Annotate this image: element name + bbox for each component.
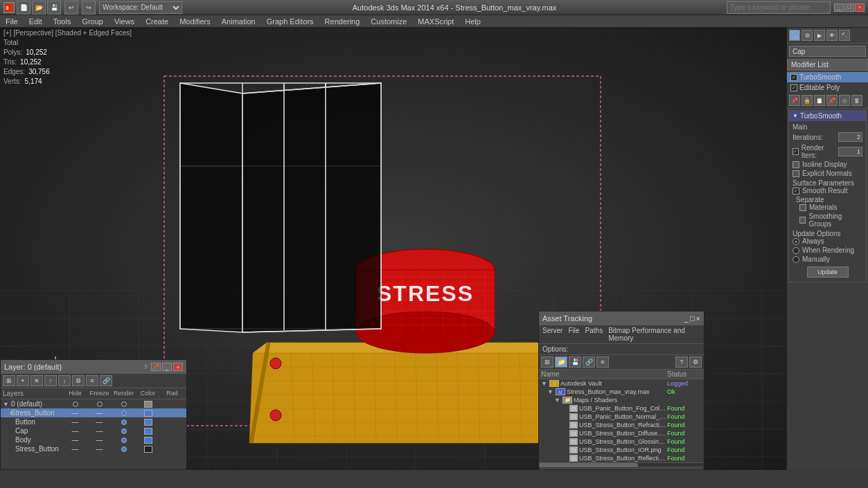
asset-menu-bitmap[interactable]: Bitmap Performance and Memory bbox=[608, 327, 700, 342]
workspace-select[interactable]: Workspace: Default bbox=[99, 1, 182, 14]
isoline-checkbox[interactable] bbox=[792, 161, 799, 168]
search-input[interactable] bbox=[727, 1, 831, 14]
modifier-editable-poly[interactable]: ✓ Editable Poly bbox=[787, 82, 868, 93]
asset-row-maps[interactable]: ▼ 📁 Maps / Shaders bbox=[539, 396, 704, 404]
rp-make-unique-btn[interactable]: ◇ bbox=[839, 95, 850, 106]
layer-row-stress-button[interactable]: ▼ Stress_Button — — bbox=[1, 408, 186, 417]
layer-row-button[interactable]: Button — — bbox=[1, 417, 186, 426]
asset-row-reflection[interactable]: 🖼 USB_Stress_Button_Reflection.png Found bbox=[539, 454, 704, 462]
render-iters-input[interactable] bbox=[838, 147, 862, 156]
menu-maxscript[interactable]: MAXScript bbox=[416, 17, 456, 26]
layers-move-down-btn[interactable]: ↓ bbox=[58, 375, 71, 386]
layers-select-all-btn[interactable]: ⊞ bbox=[3, 375, 15, 386]
rp-paste-btn[interactable]: 📌 bbox=[826, 95, 838, 106]
layers-move-btn[interactable]: ↑ bbox=[44, 375, 57, 386]
menu-rendering[interactable]: Rendering bbox=[323, 17, 362, 26]
layer-expand-icon-2[interactable]: ▼ bbox=[3, 410, 11, 417]
menu-tools[interactable]: Tools bbox=[51, 17, 73, 26]
undo-btn[interactable]: ↩ bbox=[64, 1, 78, 15]
turbosmooth-rollout-header[interactable]: ▼ TurboSmooth bbox=[789, 111, 866, 121]
menu-views[interactable]: Views bbox=[112, 17, 136, 26]
menu-customize[interactable]: Customize bbox=[369, 17, 409, 26]
menu-edit[interactable]: Edit bbox=[27, 17, 44, 26]
rp-delete-btn[interactable]: 🗑 bbox=[851, 95, 862, 106]
asset-row-max[interactable]: ▼ M Stress_Button_max_vray.max Ok bbox=[539, 388, 704, 396]
layers-pin-btn[interactable]: 📌 bbox=[151, 363, 161, 371]
asset-btn-3[interactable]: 💾 bbox=[569, 356, 581, 368]
layers-settings-btn[interactable]: ⚙ bbox=[72, 375, 85, 386]
asset-btn-4[interactable]: 🔗 bbox=[583, 356, 595, 368]
asset-row-fog[interactable]: 🖼 USB_Panic_Button_Fog_Color.png Found bbox=[539, 404, 704, 413]
asset-row-diffuse[interactable]: 🖼 USB_Stress_Button_Diffuse.png Found bbox=[539, 429, 704, 437]
asset-help-btn[interactable]: ? bbox=[675, 356, 688, 368]
rp-copy-btn[interactable]: 📋 bbox=[814, 95, 825, 106]
menu-help[interactable]: Help bbox=[463, 17, 483, 26]
iterations-input[interactable] bbox=[838, 132, 862, 142]
asset-expand-max[interactable]: ▼ bbox=[547, 388, 556, 395]
modifier-turbosmooth-checkbox[interactable]: ✓ bbox=[790, 74, 797, 81]
new-btn[interactable]: 📄 bbox=[17, 1, 30, 15]
when-rendering-radio[interactable] bbox=[792, 247, 799, 254]
asset-expand-maps[interactable]: ▼ bbox=[554, 397, 563, 404]
menu-group[interactable]: Group bbox=[80, 17, 105, 26]
asset-row-gloss[interactable]: 🖼 USB_Stress_Button_Glossiness.png Found bbox=[539, 437, 704, 446]
close-btn[interactable]: × bbox=[855, 3, 865, 12]
maximize-btn[interactable]: □ bbox=[844, 3, 854, 12]
asset-menu-server[interactable]: Server bbox=[542, 327, 563, 342]
asset-menu-paths[interactable]: Paths bbox=[585, 327, 603, 342]
asset-scrollbar[interactable] bbox=[539, 462, 704, 467]
materials-checkbox[interactable] bbox=[799, 204, 806, 211]
smoothing-groups-checkbox[interactable] bbox=[799, 217, 806, 224]
asset-expand-vault[interactable]: ▼ bbox=[541, 380, 549, 387]
asset-btn-5[interactable]: ≡ bbox=[596, 356, 609, 368]
rp-display-btn[interactable]: 👁 bbox=[826, 30, 838, 41]
layers-delete-btn[interactable]: ✕ bbox=[30, 375, 43, 386]
asset-row-refraction[interactable]: 🖼 USB_Stress_Button_Refraction.png Found bbox=[539, 421, 704, 429]
render-iters-checkbox[interactable]: ✓ bbox=[792, 148, 799, 155]
asset-minimize-btn[interactable]: _ bbox=[684, 314, 689, 323]
menu-graph-editors[interactable]: Graph Editors bbox=[265, 17, 316, 26]
smooth-result-checkbox[interactable]: ✓ bbox=[792, 188, 799, 195]
asset-path-input[interactable] bbox=[541, 469, 702, 470]
update-btn[interactable]: Update bbox=[807, 266, 849, 278]
asset-row-normal[interactable]: 🖼 USB_Panic_Button_Normal_Map.png Found bbox=[539, 413, 704, 421]
redo-btn[interactable]: ↪ bbox=[82, 1, 96, 15]
layer-row-cap[interactable]: Cap — — bbox=[1, 426, 186, 435]
asset-row-vault[interactable]: ▼ V Autodesk Vault Logged bbox=[539, 379, 704, 388]
menu-animation[interactable]: Animation bbox=[220, 17, 258, 26]
menu-create[interactable]: Create bbox=[143, 17, 170, 26]
viewport-area[interactable]: STRESS bbox=[0, 28, 786, 470]
menu-file[interactable]: File bbox=[3, 17, 20, 26]
menu-modifiers[interactable]: Modifiers bbox=[177, 17, 213, 26]
asset-row-ior[interactable]: 🖼 USB_Stress_Button_IOR.png Found bbox=[539, 446, 704, 454]
explicit-normals-checkbox[interactable] bbox=[792, 170, 799, 177]
minimize-btn[interactable]: _ bbox=[834, 3, 844, 12]
layers-close-btn[interactable]: × bbox=[173, 363, 183, 371]
asset-btn-2[interactable]: 📁 bbox=[555, 356, 567, 368]
always-radio[interactable] bbox=[792, 238, 799, 245]
layer-expand-icon[interactable]: ▼ bbox=[3, 401, 11, 408]
asset-btn-1[interactable]: ⊞ bbox=[541, 356, 553, 368]
asset-settings-btn[interactable]: ⚙ bbox=[689, 356, 702, 368]
layers-more-btn[interactable]: ≡ bbox=[86, 375, 98, 386]
manually-radio[interactable] bbox=[792, 256, 799, 263]
rp-pin-btn[interactable]: 📌 bbox=[789, 95, 800, 106]
layers-add-btn[interactable]: + bbox=[17, 375, 29, 386]
asset-close-btn[interactable]: × bbox=[696, 314, 700, 323]
save-btn[interactable]: 💾 bbox=[47, 1, 61, 15]
layer-row-body[interactable]: Body — — bbox=[1, 435, 186, 444]
layers-minimize-btn[interactable]: _ bbox=[162, 363, 172, 371]
asset-menu-file[interactable]: File bbox=[568, 327, 579, 342]
modifier-editable-poly-checkbox[interactable]: ✓ bbox=[790, 84, 797, 91]
open-btn[interactable]: 📂 bbox=[32, 1, 46, 15]
rp-lock-btn[interactable]: 🔒 bbox=[801, 95, 813, 106]
rp-utility-btn[interactable]: 🔨 bbox=[839, 30, 850, 41]
modifier-turbosmooth[interactable]: ✓ TurboSmooth bbox=[787, 72, 868, 82]
asset-hscrollbar-thumb[interactable] bbox=[539, 463, 638, 467]
rp-modify-btn[interactable]: 🔧 bbox=[789, 30, 800, 41]
layers-link-btn[interactable]: 🔗 bbox=[100, 375, 112, 386]
layer-row-stress-button-2[interactable]: Stress_Button — — bbox=[1, 444, 186, 453]
rp-hierarchy-btn[interactable]: ⚙ bbox=[801, 30, 813, 41]
layer-row-default[interactable]: ▼ 0 (default) bbox=[1, 399, 186, 408]
asset-maximize-btn[interactable]: □ bbox=[690, 314, 695, 323]
